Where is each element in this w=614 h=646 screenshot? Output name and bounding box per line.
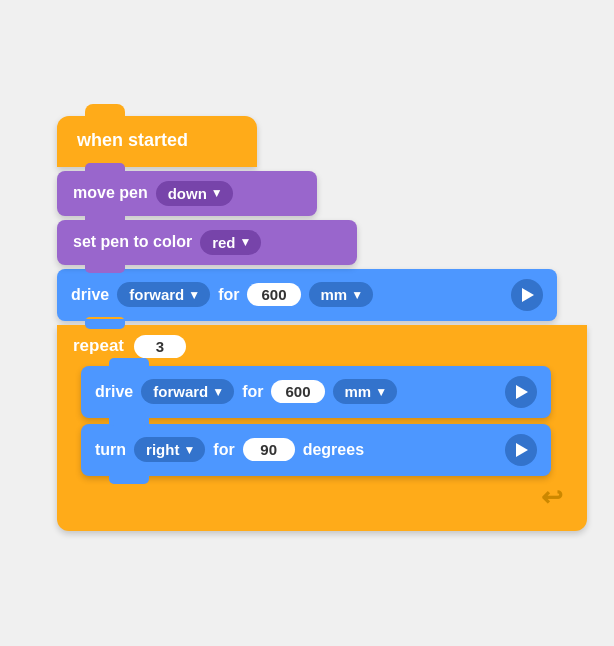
drive2-run-button[interactable]	[505, 376, 537, 408]
pen-direction-dropdown[interactable]: down ▼	[156, 181, 233, 206]
turn-unit-label: degrees	[303, 441, 364, 459]
pen-color-dropdown[interactable]: red ▼	[200, 230, 261, 255]
play-icon	[516, 443, 528, 457]
drive2-direction-value: forward	[153, 383, 208, 400]
drive1-block[interactable]: drive forward ▼ for 600 mm ▼	[57, 269, 557, 321]
turn-angle-input[interactable]: 90	[243, 438, 295, 461]
play-icon	[522, 288, 534, 302]
drive1-direction-value: forward	[129, 286, 184, 303]
repeat-inner: drive forward ▼ for 600 mm ▼	[81, 366, 587, 476]
drive2-block[interactable]: drive forward ▼ for 600 mm ▼	[81, 366, 551, 418]
turn-angle-value: 90	[260, 441, 277, 458]
repeat-count-input[interactable]: 3	[134, 335, 186, 358]
chevron-down-icon: ▼	[375, 385, 387, 399]
pen-direction-value: down	[168, 185, 207, 202]
drive1-distance-input[interactable]: 600	[247, 283, 300, 306]
repeat-label: repeat	[73, 336, 124, 356]
repeat-loop-icon: ↩	[541, 482, 563, 513]
chevron-down-icon: ▼	[351, 288, 363, 302]
drive2-unit-dropdown[interactable]: mm ▼	[333, 379, 398, 404]
turn-for-label: for	[213, 441, 234, 459]
turn-run-button[interactable]	[505, 434, 537, 466]
chevron-down-icon: ▼	[183, 443, 195, 457]
drive2-label: drive	[95, 383, 133, 401]
repeat-block[interactable]: repeat 3 drive forward ▼ for 600	[57, 325, 587, 531]
repeat-count-value: 3	[156, 338, 164, 355]
set-pen-color-block[interactable]: set pen to color red ▼	[57, 220, 357, 265]
chevron-down-icon: ▼	[188, 288, 200, 302]
turn-label: turn	[95, 441, 126, 459]
turn-direction-dropdown[interactable]: right ▼	[134, 437, 205, 462]
drive1-for-label: for	[218, 286, 239, 304]
chevron-down-icon: ▼	[211, 186, 223, 200]
pen-color-value: red	[212, 234, 235, 251]
when-started-label: when started	[77, 130, 188, 150]
drive2-unit-value: mm	[345, 383, 372, 400]
chevron-down-icon: ▼	[239, 235, 251, 249]
drive1-run-button[interactable]	[511, 279, 543, 311]
drive2-direction-dropdown[interactable]: forward ▼	[141, 379, 234, 404]
move-pen-block[interactable]: move pen down ▼	[57, 171, 317, 216]
drive1-label: drive	[71, 286, 109, 304]
drive2-for-label: for	[242, 383, 263, 401]
drive1-distance-value: 600	[261, 286, 286, 303]
play-icon	[516, 385, 528, 399]
set-pen-color-label: set pen to color	[73, 233, 192, 251]
drive2-distance-input[interactable]: 600	[271, 380, 324, 403]
blocks-workspace: when started move pen down ▼ set pen to …	[27, 96, 587, 551]
drive2-distance-value: 600	[285, 383, 310, 400]
drive1-unit-value: mm	[321, 286, 348, 303]
when-started-block[interactable]: when started	[57, 116, 257, 167]
turn-block[interactable]: turn right ▼ for 90 degrees	[81, 424, 551, 476]
move-pen-label: move pen	[73, 184, 148, 202]
chevron-down-icon: ▼	[212, 385, 224, 399]
drive1-direction-dropdown[interactable]: forward ▼	[117, 282, 210, 307]
drive1-unit-dropdown[interactable]: mm ▼	[309, 282, 374, 307]
turn-direction-value: right	[146, 441, 179, 458]
